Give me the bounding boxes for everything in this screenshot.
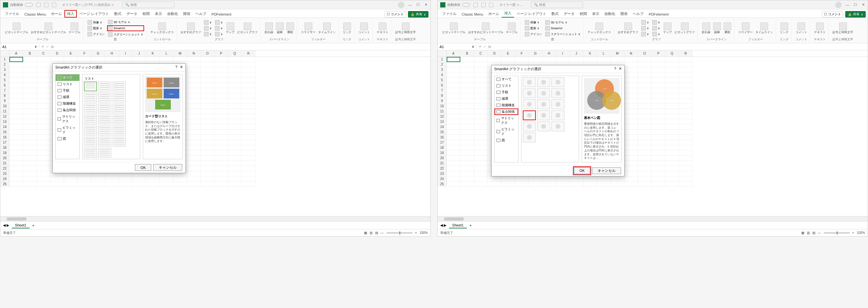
sparkline-column-button[interactable]: 縦棒 bbox=[712, 22, 722, 35]
cell[interactable] bbox=[228, 67, 242, 72]
cell[interactable] bbox=[119, 57, 132, 62]
cell[interactable] bbox=[201, 83, 214, 88]
row-header[interactable]: 18 bbox=[438, 145, 447, 150]
cell[interactable] bbox=[187, 119, 201, 125]
category-item[interactable]: リスト bbox=[56, 81, 80, 88]
minimize-icon[interactable]: — bbox=[845, 3, 849, 7]
cell[interactable] bbox=[652, 182, 665, 187]
row-header[interactable]: 13 bbox=[438, 119, 447, 125]
cell[interactable] bbox=[460, 93, 474, 98]
table-button[interactable]: テーブル bbox=[68, 22, 81, 35]
redo-icon[interactable] bbox=[489, 3, 494, 7]
cell[interactable] bbox=[214, 171, 228, 176]
cell[interactable] bbox=[460, 166, 474, 171]
cell[interactable] bbox=[679, 57, 693, 62]
cell[interactable] bbox=[460, 98, 474, 104]
column-header[interactable]: J bbox=[132, 50, 146, 57]
layout-thumbnail[interactable] bbox=[537, 99, 550, 109]
tab-file[interactable]: ファイル bbox=[439, 10, 459, 18]
row-header[interactable]: 18 bbox=[0, 145, 9, 150]
cell[interactable] bbox=[638, 119, 652, 125]
cell[interactable] bbox=[665, 119, 679, 125]
cell[interactable] bbox=[624, 98, 638, 104]
cell[interactable] bbox=[652, 135, 665, 140]
cell[interactable] bbox=[9, 145, 23, 150]
sparkline-winloss-button[interactable]: 勝敗 bbox=[723, 22, 732, 35]
cell[interactable] bbox=[23, 125, 37, 130]
smartart-button[interactable]: SmartArt bbox=[107, 25, 144, 31]
3d-model-button[interactable]: 3D モデル ∨ bbox=[107, 20, 144, 25]
cell[interactable] bbox=[597, 57, 611, 62]
cell[interactable] bbox=[23, 119, 37, 125]
cell[interactable] bbox=[187, 140, 201, 145]
layout-thumbnail[interactable] bbox=[113, 81, 126, 91]
redo-icon[interactable] bbox=[52, 3, 56, 7]
cell[interactable] bbox=[160, 176, 174, 182]
tab-classic-menu[interactable]: Classic Menu bbox=[459, 11, 486, 18]
tab-pdfelement[interactable]: PDFelement bbox=[209, 11, 234, 18]
cell[interactable] bbox=[638, 135, 652, 140]
cell[interactable] bbox=[447, 156, 460, 161]
cell[interactable] bbox=[228, 93, 242, 98]
cell[interactable] bbox=[201, 67, 214, 72]
column-header[interactable]: N bbox=[187, 50, 201, 57]
tab-formulas[interactable]: 数式 bbox=[112, 10, 124, 18]
cell[interactable] bbox=[187, 130, 201, 135]
category-item[interactable]: 手順 bbox=[56, 88, 80, 94]
cell[interactable] bbox=[447, 98, 460, 104]
layout-thumbnail[interactable] bbox=[552, 99, 564, 109]
category-item[interactable]: 階層構造 bbox=[56, 100, 80, 107]
cell[interactable] bbox=[9, 57, 23, 62]
cell[interactable] bbox=[214, 135, 228, 140]
cell[interactable] bbox=[652, 140, 665, 145]
row-header[interactable]: 17 bbox=[438, 140, 447, 145]
row-header[interactable]: 1 bbox=[0, 57, 9, 62]
cell[interactable] bbox=[9, 161, 23, 166]
cell[interactable] bbox=[597, 176, 611, 182]
cancel-formula-icon[interactable]: ✕ bbox=[478, 44, 482, 49]
row-header[interactable]: 23 bbox=[0, 171, 9, 176]
cell[interactable] bbox=[214, 125, 228, 130]
cell[interactable] bbox=[187, 171, 201, 176]
row-header[interactable]: 24 bbox=[438, 176, 447, 182]
cell[interactable] bbox=[679, 67, 693, 72]
cell[interactable] bbox=[665, 140, 679, 145]
row-header[interactable]: 8 bbox=[0, 93, 9, 98]
cell[interactable] bbox=[638, 150, 652, 156]
cell[interactable] bbox=[201, 130, 214, 135]
cell[interactable] bbox=[78, 182, 91, 187]
cell[interactable] bbox=[474, 88, 488, 93]
cell[interactable] bbox=[228, 135, 242, 140]
cell[interactable] bbox=[242, 114, 255, 119]
cell[interactable] bbox=[214, 78, 228, 83]
cell[interactable] bbox=[624, 114, 638, 119]
row-header[interactable]: 5 bbox=[0, 78, 9, 83]
cell[interactable] bbox=[447, 114, 460, 119]
layout-thumbnail[interactable] bbox=[523, 122, 536, 131]
pivot-table-button[interactable]: ピボットテーブル bbox=[4, 22, 29, 35]
cell[interactable] bbox=[23, 150, 37, 156]
cell[interactable] bbox=[679, 98, 693, 104]
undo-icon[interactable] bbox=[44, 3, 49, 7]
cell[interactable] bbox=[624, 88, 638, 93]
cell[interactable] bbox=[37, 88, 51, 93]
row-header[interactable]: 22 bbox=[0, 166, 9, 171]
row-header[interactable]: 6 bbox=[438, 83, 447, 88]
cell[interactable] bbox=[146, 182, 160, 187]
dialog-close-icon[interactable]: ✕ bbox=[619, 67, 622, 71]
cell[interactable] bbox=[214, 182, 228, 187]
column-header[interactable]: F bbox=[515, 50, 529, 57]
cell[interactable] bbox=[542, 57, 556, 62]
category-item[interactable]: 循環 bbox=[495, 96, 518, 102]
row-header[interactable]: 4 bbox=[438, 72, 447, 78]
cell[interactable] bbox=[652, 93, 665, 98]
row-header[interactable]: 25 bbox=[438, 182, 447, 187]
layout-thumbnail[interactable] bbox=[552, 110, 564, 120]
column-header[interactable]: L bbox=[160, 50, 174, 57]
accept-formula-icon[interactable]: ✓ bbox=[484, 44, 486, 49]
cell[interactable] bbox=[37, 161, 51, 166]
cell[interactable] bbox=[23, 109, 37, 114]
cell[interactable] bbox=[665, 57, 679, 62]
tab-automate[interactable]: 自動化 bbox=[602, 10, 618, 18]
cell[interactable] bbox=[64, 57, 78, 62]
